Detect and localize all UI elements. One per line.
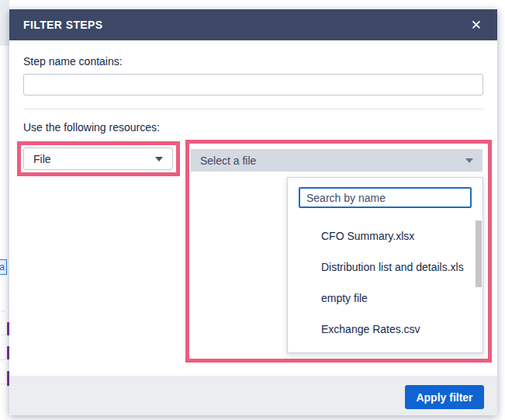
background-truncated-text: .. xyxy=(1,354,6,362)
step-name-label: Step name contains: xyxy=(23,55,483,68)
modal-header: FILTER STEPS ✕ xyxy=(9,9,497,40)
caret-down-icon xyxy=(155,157,163,161)
apply-filter-button[interactable]: Apply filter xyxy=(405,385,484,409)
file-option-list: CFO Summary.xlsx Distribution list and d… xyxy=(288,220,483,345)
list-item[interactable]: Distribution list and details.xls xyxy=(288,252,483,283)
close-icon[interactable]: ✕ xyxy=(469,17,483,33)
modal-body: Step name contains: Use the following re… xyxy=(9,55,497,134)
caret-down-icon xyxy=(465,158,473,163)
list-item[interactable]: Exchange Rates.csv xyxy=(288,314,483,345)
file-search-input[interactable] xyxy=(299,187,472,208)
background-link-fragment: a xyxy=(0,259,7,275)
step-name-input[interactable] xyxy=(23,74,483,95)
resources-label: Use the following resources: xyxy=(23,121,483,134)
modal-footer: Apply filter xyxy=(9,376,497,415)
resource-type-select[interactable]: File xyxy=(23,148,173,170)
background-truncated-text: .. xyxy=(1,305,6,313)
screenshot-stage: a .. .. .. .. FILTER STEPS ✕ Step name c… xyxy=(0,0,505,420)
file-dropdown-panel: CFO Summary.xlsx Distribution list and d… xyxy=(287,177,483,353)
file-select[interactable]: Select a file xyxy=(191,149,483,172)
section-divider xyxy=(23,109,483,109)
scrollbar-thumb[interactable] xyxy=(476,220,482,287)
filter-steps-modal: FILTER STEPS ✕ Step name contains: Use t… xyxy=(9,9,497,415)
list-item[interactable]: CFO Summary.xlsx xyxy=(288,220,483,252)
modal-title: FILTER STEPS xyxy=(23,19,103,31)
background-truncated-text: .. xyxy=(1,329,6,337)
background-truncated-text: .. xyxy=(1,378,6,386)
list-item[interactable]: empty file xyxy=(288,283,483,314)
resource-type-value: File xyxy=(33,153,51,165)
file-select-placeholder: Select a file xyxy=(200,154,256,167)
background-band xyxy=(0,0,8,45)
